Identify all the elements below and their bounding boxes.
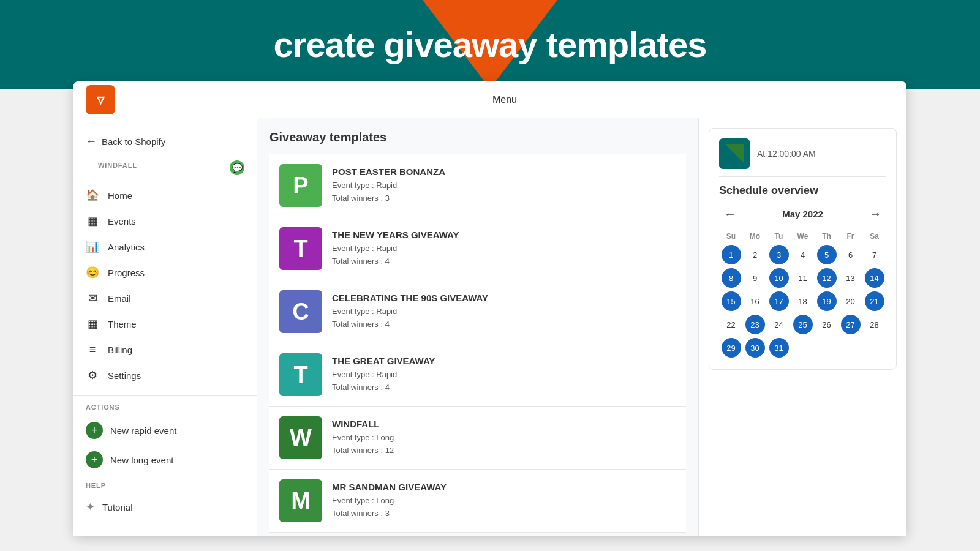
calendar-cell: 9 xyxy=(743,266,767,290)
new-long-event-button[interactable]: + New long event xyxy=(74,445,257,474)
cal-day[interactable]: 27 xyxy=(841,315,861,334)
calendar-cell xyxy=(791,336,815,359)
theme-icon: ▦ xyxy=(86,317,99,331)
app-shell: ▿ Menu ← Back to Shopify WINDFALL 💬 🏠 Ho… xyxy=(74,81,907,536)
cal-day[interactable]: 13 xyxy=(841,268,861,288)
sidebar-item-home-label: Home xyxy=(108,190,132,201)
cal-day[interactable]: 7 xyxy=(865,245,884,264)
template-info: THE NEW YEARS GIVEAWAY Event type : Rapi… xyxy=(332,230,676,268)
calendar-row: 15161718192021 xyxy=(719,290,886,313)
template-item[interactable]: C CELEBRATING THE 90S GIVEAWAY Event typ… xyxy=(270,280,686,343)
cal-day[interactable]: 11 xyxy=(793,268,813,288)
new-rapid-event-button[interactable]: + New rapid event xyxy=(74,416,257,445)
sidebar-item-theme[interactable]: ▦ Theme xyxy=(74,311,257,337)
calendar-month-label: May 2022 xyxy=(782,209,823,219)
calendar-cell: 20 xyxy=(839,290,862,313)
cal-day[interactable]: 12 xyxy=(817,268,837,288)
calendar-row: 293031 xyxy=(719,336,886,359)
logo-box[interactable]: ▿ xyxy=(86,85,115,114)
template-item[interactable]: W WINDFALL Event type : Long Total winne… xyxy=(270,407,686,470)
new-long-event-label: New long event xyxy=(110,455,173,465)
cal-day[interactable]: 6 xyxy=(841,245,861,264)
sidebar: ← Back to Shopify WINDFALL 💬 🏠 Home ▦ Ev… xyxy=(74,118,257,536)
template-name: POST EASTER BONANZA xyxy=(332,167,676,177)
sidebar-item-email-label: Email xyxy=(108,293,131,304)
cal-day[interactable]: 31 xyxy=(769,338,789,358)
template-thumb: W xyxy=(279,416,322,459)
calendar-body: 1234567891011121314151617181920212223242… xyxy=(719,243,886,359)
calendar-day-headers: Su Mo Tu We Th Fr Sa xyxy=(719,230,886,243)
cal-day[interactable]: 19 xyxy=(817,291,837,311)
back-to-shopify-button[interactable]: ← Back to Shopify xyxy=(74,130,257,160)
schedule-thumb-inner xyxy=(725,144,744,163)
home-icon: 🏠 xyxy=(86,189,99,202)
cal-day[interactable]: 23 xyxy=(745,315,765,334)
cal-day[interactable]: 18 xyxy=(793,291,813,311)
sidebar-item-events-label: Events xyxy=(108,216,136,227)
cal-day[interactable]: 29 xyxy=(722,338,741,358)
cal-day[interactable]: 17 xyxy=(769,291,789,311)
cal-day[interactable]: 1 xyxy=(722,245,741,264)
cal-day[interactable]: 25 xyxy=(793,315,813,334)
calendar: ← May 2022 → Su Mo Tu We Th Fr xyxy=(719,204,886,359)
sidebar-item-analytics-label: Analytics xyxy=(108,242,145,252)
template-info: POST EASTER BONANZA Event type : Rapid T… xyxy=(332,167,676,205)
tutorial-item[interactable]: ✦ Tutorial xyxy=(74,494,257,520)
billing-icon: ≡ xyxy=(86,343,99,356)
sidebar-item-home[interactable]: 🏠 Home xyxy=(74,182,257,208)
schedule-overview-title: Schedule overview xyxy=(719,184,886,197)
hero-title: create giveaway templates xyxy=(274,24,707,65)
cal-day[interactable]: 3 xyxy=(769,245,789,264)
sidebar-item-billing[interactable]: ≡ Billing xyxy=(74,337,257,362)
cal-day[interactable]: 22 xyxy=(722,315,741,334)
template-list: P POST EASTER BONANZA Event type : Rapid… xyxy=(270,154,686,533)
calendar-cell: 14 xyxy=(862,266,886,290)
cal-day[interactable]: 9 xyxy=(745,268,765,288)
sidebar-item-progress[interactable]: 😊 Progress xyxy=(74,260,257,285)
template-meta: Event type : Rapid Total winners : 3 xyxy=(332,179,676,205)
content-area: ← Back to Shopify WINDFALL 💬 🏠 Home ▦ Ev… xyxy=(74,118,907,536)
calendar-cell: 23 xyxy=(743,313,767,336)
cal-day[interactable]: 14 xyxy=(865,268,884,288)
sidebar-item-events[interactable]: ▦ Events xyxy=(74,208,257,234)
sidebar-item-settings[interactable]: ⚙ Settings xyxy=(74,362,257,388)
cal-day[interactable]: 24 xyxy=(769,315,789,334)
calendar-next-button[interactable]: → xyxy=(864,204,886,223)
template-item[interactable]: T THE NEW YEARS GIVEAWAY Event type : Ra… xyxy=(270,217,686,280)
cal-day[interactable]: 8 xyxy=(722,268,741,288)
cal-day[interactable]: 20 xyxy=(841,291,861,311)
template-item[interactable]: M MR SANDMAN GIVEAWAY Event type : Long … xyxy=(270,470,686,533)
cal-day[interactable]: 10 xyxy=(769,268,789,288)
cal-day[interactable]: 16 xyxy=(745,291,765,311)
template-item[interactable]: P POST EASTER BONANZA Event type : Rapid… xyxy=(270,154,686,217)
template-meta: Event type : Long Total winners : 3 xyxy=(332,495,676,520)
cal-day[interactable]: 2 xyxy=(745,245,765,264)
template-info: WINDFALL Event type : Long Total winners… xyxy=(332,419,676,457)
cal-day[interactable]: 5 xyxy=(817,245,837,264)
cal-day[interactable]: 30 xyxy=(745,338,765,358)
template-thumb: T xyxy=(279,353,322,396)
settings-icon: ⚙ xyxy=(86,369,99,382)
windfall-section-label: WINDFALL xyxy=(86,162,149,174)
calendar-cell: 8 xyxy=(719,266,743,290)
cal-header-th: Th xyxy=(815,230,839,243)
cal-day[interactable]: 26 xyxy=(817,315,837,334)
template-meta: Event type : Long Total winners : 12 xyxy=(332,432,676,457)
template-item[interactable]: T THE GREAT GIVEAWAY Event type : Rapid … xyxy=(270,343,686,407)
cal-day[interactable]: 15 xyxy=(722,291,741,311)
menu-label: Menu xyxy=(115,94,894,105)
calendar-prev-button[interactable]: ← xyxy=(719,204,741,223)
cal-day[interactable]: 21 xyxy=(865,291,884,311)
cal-day[interactable]: 28 xyxy=(865,315,884,334)
calendar-cell: 7 xyxy=(862,243,886,266)
calendar-cell: 28 xyxy=(862,313,886,336)
calendar-cell: 30 xyxy=(743,336,767,359)
calendar-grid: Su Mo Tu We Th Fr Sa 1234567891011121314… xyxy=(719,230,886,359)
calendar-cell xyxy=(815,336,839,359)
cal-day[interactable]: 4 xyxy=(793,245,813,264)
calendar-cell: 18 xyxy=(791,290,815,313)
cal-header-mo: Mo xyxy=(743,230,767,243)
sidebar-item-email[interactable]: ✉ Email xyxy=(74,285,257,311)
sidebar-item-analytics[interactable]: 📊 Analytics xyxy=(74,234,257,260)
calendar-header: ← May 2022 → xyxy=(719,204,886,223)
